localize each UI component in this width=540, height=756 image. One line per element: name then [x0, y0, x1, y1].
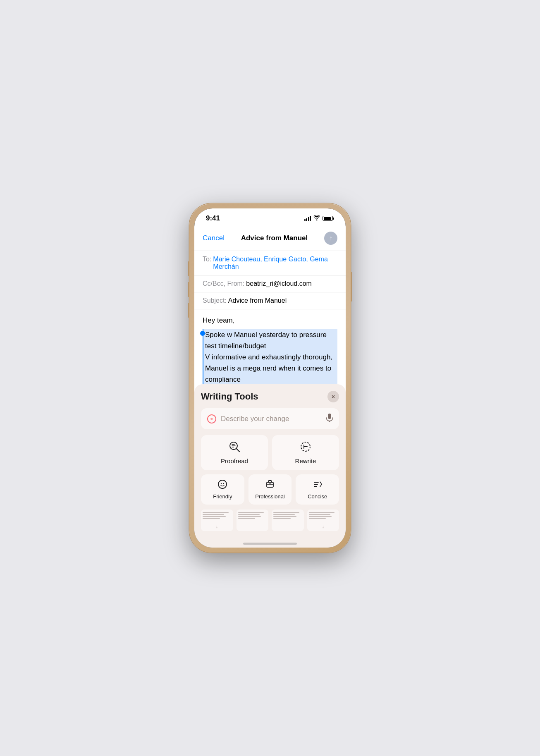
status-bar: 9:41 — [194, 208, 346, 226]
home-bar[interactable] — [243, 543, 297, 545]
compose-title: Advice from Manuel — [241, 234, 308, 242]
proofread-icon — [229, 441, 240, 455]
describe-change-placeholder: Describe your change — [221, 415, 322, 423]
thumb-1-arrow: ↓ — [216, 524, 218, 529]
svg-rect-1 — [328, 414, 331, 419]
to-field[interactable]: To: Marie Chouteau, Enrique Gacto, Gema … — [194, 251, 346, 275]
rewrite-button[interactable]: Rewrite — [272, 435, 339, 470]
professional-icon — [265, 479, 275, 491]
rewrite-label: Rewrite — [295, 457, 316, 464]
battery-icon — [323, 216, 334, 221]
professional-label: Professional — [255, 493, 285, 500]
email-greeting: Hey team, — [203, 315, 337, 326]
status-icons — [304, 215, 335, 222]
professional-button[interactable]: Professional — [248, 474, 292, 505]
cc-label: Cc/Bcc, From: — [203, 280, 244, 287]
phone-screen: 9:41 — [194, 208, 346, 548]
subject-label: Subject: — [203, 297, 227, 304]
phone-device: 9:41 — [189, 203, 351, 553]
friendly-icon — [217, 479, 227, 491]
friendly-button[interactable]: Friendly — [201, 474, 244, 505]
thumbnail-3[interactable] — [272, 510, 304, 531]
svg-point-13 — [221, 483, 222, 484]
cc-field[interactable]: Cc/Bcc, From: beatriz_ri@icloud.com — [194, 275, 346, 292]
selected-text-wrapper: Spoke w Manuel yesterday to pressure tes… — [203, 329, 337, 385]
thumbnail-4[interactable]: ↓ — [307, 510, 339, 531]
document-thumbnails: ↓ — [201, 510, 339, 531]
friendly-label: Friendly — [213, 493, 232, 500]
wifi-icon — [313, 215, 320, 222]
send-button[interactable] — [324, 232, 337, 245]
mic-icon[interactable] — [326, 413, 333, 424]
recipients-value: Marie Chouteau, Enrique Gacto, Gema Merc… — [213, 256, 337, 270]
concise-button[interactable]: Concise — [296, 474, 339, 505]
selected-text: Spoke w Manuel yesterday to pressure tes… — [203, 329, 337, 385]
svg-line-5 — [237, 449, 239, 452]
writing-tools-header: Writing Tools × — [201, 391, 339, 402]
concise-label: Concise — [308, 493, 327, 500]
text-cursor — [200, 331, 205, 336]
thumb-4-arrow: ↓ — [322, 524, 325, 529]
proofread-label: Proofread — [221, 457, 248, 464]
proofread-button[interactable]: Proofread — [201, 435, 268, 470]
signal-icon — [304, 216, 311, 221]
thumbnail-2[interactable] — [237, 510, 269, 531]
concise-icon — [313, 479, 323, 491]
writing-tools-panel: Writing Tools × — [194, 384, 346, 539]
thumbnail-1[interactable]: ↓ — [201, 510, 233, 531]
subject-field[interactable]: Subject: Advice from Manuel — [194, 292, 346, 309]
rewrite-icon — [300, 441, 311, 455]
describe-change-input[interactable]: Describe your change — [201, 408, 339, 429]
tone-tools-row: Friendly Professional — [201, 474, 339, 505]
compose-header: Cancel Advice from Manuel — [194, 226, 346, 251]
home-indicator — [194, 539, 346, 548]
apple-intelligence-icon — [207, 414, 217, 424]
main-tools-row: Proofread Rewrite — [201, 435, 339, 470]
writing-tools-title: Writing Tools — [201, 391, 258, 402]
writing-tools-close-button[interactable]: × — [327, 391, 339, 402]
status-time: 9:41 — [206, 214, 220, 222]
from-value: beatriz_ri@icloud.com — [246, 280, 312, 287]
subject-value: Advice from Manuel — [228, 297, 287, 304]
svg-point-14 — [223, 483, 224, 484]
cancel-button[interactable]: Cancel — [203, 234, 225, 242]
email-compose: Cancel Advice from Manuel To: Marie Chou… — [194, 226, 346, 548]
svg-point-12 — [218, 480, 227, 488]
to-label: To: — [203, 256, 211, 263]
email-body[interactable]: Hey team, Spoke w Manuel yesterday to pr… — [194, 309, 346, 384]
